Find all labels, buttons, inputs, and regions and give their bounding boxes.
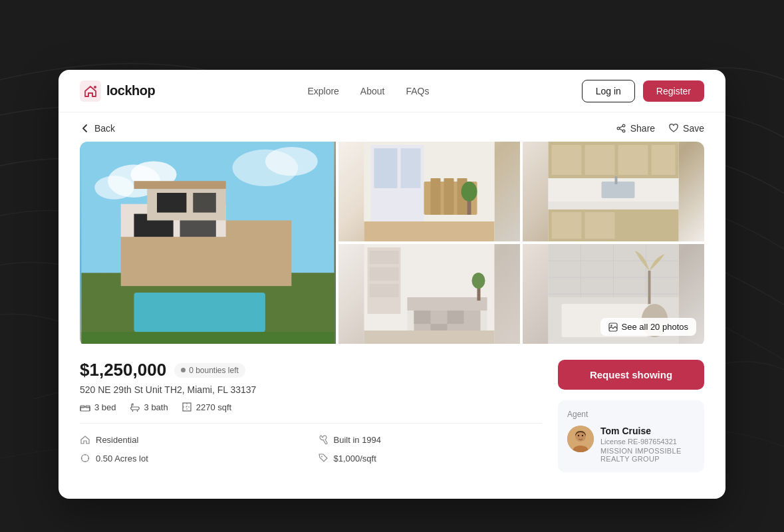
nav-explore[interactable]: Explore [307, 86, 338, 96]
bounty-dot [181, 368, 186, 372]
svg-point-87 [321, 456, 323, 458]
listing-main: $1,250,000 0 bounties left 520 NE 29th S… [80, 360, 542, 472]
svg-rect-47 [615, 176, 618, 184]
svg-rect-52 [370, 284, 399, 297]
price-row: $1,250,000 0 bounties left [80, 360, 542, 380]
photo-bathroom[interactable]: See all 20 photos [523, 244, 704, 344]
main-photo-scene [80, 142, 336, 344]
share-button[interactable]: Share [616, 123, 655, 134]
bounty-text: 0 bounties left [189, 366, 239, 375]
save-button[interactable]: Save [668, 123, 704, 134]
svg-rect-30 [444, 178, 454, 215]
logo-icon [80, 80, 101, 102]
svg-point-90 [578, 435, 579, 436]
bounty-badge: 0 bounties left [174, 363, 245, 378]
listing-sidebar: Request showing Agent [558, 360, 704, 472]
svg-rect-50 [370, 251, 399, 264]
svg-rect-54 [408, 297, 487, 311]
home-icon [80, 434, 90, 445]
nav-actions: Log in Register [582, 80, 704, 102]
sqft-label: 2270 sqft [196, 402, 232, 412]
svg-line-81 [132, 410, 133, 412]
svg-point-11 [265, 147, 318, 176]
photo-grid: See all 20 photos [80, 142, 704, 346]
svg-rect-56 [414, 311, 431, 324]
bed-label: 3 bed [94, 402, 116, 412]
photo-kitchen[interactable] [523, 142, 704, 241]
svg-point-86 [82, 455, 89, 462]
bath-icon [130, 402, 140, 412]
svg-rect-57 [448, 311, 464, 324]
register-button[interactable]: Register [643, 80, 704, 102]
agent-info: Tom Cruise License RE-987654321 MISSION … [567, 426, 695, 463]
logo-link[interactable]: lockhop [80, 80, 155, 102]
sqft-spec: 2270 sqft [182, 402, 232, 412]
svg-rect-17 [157, 193, 186, 213]
svg-rect-32 [364, 221, 495, 241]
svg-rect-39 [618, 145, 648, 175]
svg-rect-41 [549, 201, 679, 209]
photo-bedroom-image [338, 244, 520, 344]
svg-rect-26 [374, 148, 398, 188]
login-button[interactable]: Log in [582, 80, 635, 102]
ppsf-detail: $1,000/sqft [318, 453, 543, 464]
wrench-icon [318, 434, 328, 445]
see-all-label: See all 20 photos [622, 322, 688, 332]
listing-address: 520 NE 29th St Unit TH2, Miami, FL 33137 [80, 384, 542, 395]
built-detail: Built in 1994 [318, 434, 543, 445]
back-arrow-icon [80, 123, 90, 134]
lot-detail: 0.50 Acres lot [80, 453, 305, 464]
bath-label: 3 bath [144, 402, 168, 412]
lot-icon [80, 453, 90, 464]
details-grid: Residential Built in 1994 0.50 Acre [80, 423, 542, 464]
photo-dining-image [338, 142, 520, 241]
svg-rect-20 [134, 293, 265, 332]
photo-bedroom[interactable] [338, 244, 520, 344]
photo-kitchen-image [523, 142, 704, 241]
bed-spec: 3 bed [80, 402, 116, 412]
see-all-button[interactable]: See all 20 photos [600, 318, 696, 336]
navbar: lockhop Explore About FAQs Log in Regist… [59, 70, 725, 112]
svg-rect-44 [585, 212, 615, 239]
top-bar: Back Share Save [80, 112, 704, 142]
back-button[interactable]: Back [80, 123, 115, 134]
svg-point-75 [610, 325, 612, 326]
svg-point-9 [94, 176, 134, 200]
main-card: lockhop Explore About FAQs Log in Regist… [59, 70, 725, 499]
share-label: Share [630, 123, 655, 134]
svg-rect-27 [401, 148, 421, 188]
nav-links: Explore About FAQs [307, 86, 429, 96]
agent-avatar-image [567, 426, 594, 452]
image-icon [608, 323, 618, 332]
svg-rect-51 [370, 267, 399, 281]
svg-rect-73 [648, 271, 651, 304]
nav-faqs[interactable]: FAQs [406, 86, 429, 96]
photo-dining[interactable] [338, 142, 520, 241]
agent-section-label: Agent [567, 410, 695, 419]
bed-icon [80, 402, 90, 412]
svg-line-82 [137, 410, 138, 412]
svg-rect-37 [552, 145, 582, 175]
svg-rect-22 [82, 332, 334, 344]
agent-company: MISSION IMPOSSIBLE REALTY GROUP [600, 447, 695, 463]
lot-label: 0.50 Acres lot [96, 454, 148, 464]
type-label: Residential [96, 435, 138, 445]
nav-about[interactable]: About [360, 86, 385, 96]
logo-text: lockhop [106, 83, 155, 98]
svg-rect-43 [552, 212, 582, 239]
svg-rect-59 [364, 331, 495, 344]
svg-point-2 [622, 124, 625, 127]
photo-main[interactable] [80, 142, 336, 344]
type-detail: Residential [80, 434, 305, 445]
listing-section: $1,250,000 0 bounties left 520 NE 29th S… [80, 360, 704, 472]
ppsf-label: $1,000/sqft [334, 454, 376, 464]
bath-spec: 3 bath [130, 402, 168, 412]
agent-card: Agent [558, 400, 704, 472]
agent-name: Tom Cruise [600, 426, 695, 436]
svg-point-3 [617, 127, 620, 130]
svg-rect-40 [652, 145, 676, 175]
request-showing-button[interactable]: Request showing [558, 360, 704, 390]
listing-price: $1,250,000 [80, 360, 166, 380]
agent-avatar [567, 426, 594, 452]
svg-point-1 [94, 86, 96, 88]
